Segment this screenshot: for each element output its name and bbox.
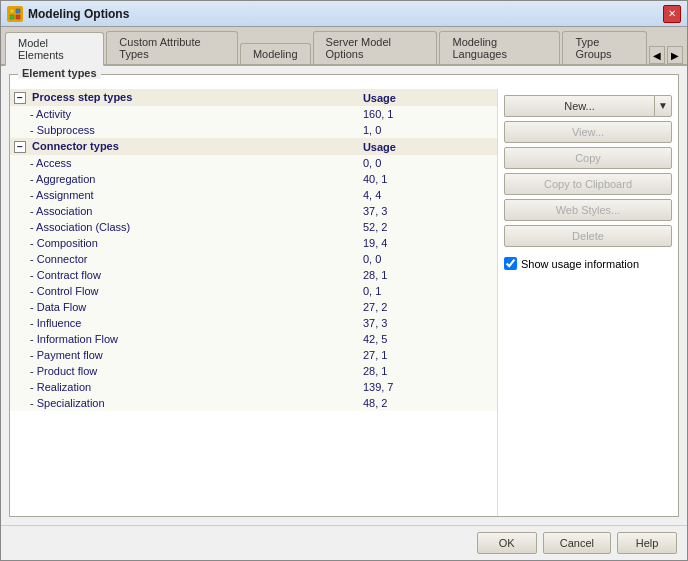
table-row[interactable]: - Payment flow 27, 1 (10, 347, 497, 363)
table-row[interactable]: - Product flow 28, 1 (10, 363, 497, 379)
tab-nav-right[interactable]: ▶ (667, 46, 683, 64)
item-name: - Subprocess (10, 122, 359, 138)
item-usage: 1, 0 (359, 122, 497, 138)
item-usage: 37, 3 (359, 203, 497, 219)
window-title: Modeling Options (28, 7, 129, 21)
item-usage: 0, 0 (359, 155, 497, 171)
table-row[interactable]: - Data Flow 27, 2 (10, 299, 497, 315)
help-button[interactable]: Help (617, 532, 677, 554)
tab-bar: Model Elements Custom Attribute Types Mo… (1, 27, 687, 66)
tree-area[interactable]: − Process step types Usage - Activity 16… (10, 89, 498, 516)
item-usage: 42, 5 (359, 331, 497, 347)
tab-modeling[interactable]: Modeling (240, 43, 311, 64)
table-row[interactable]: - Association (Class) 52, 2 (10, 219, 497, 235)
svg-rect-3 (16, 15, 20, 19)
window-icon (7, 6, 23, 22)
title-bar: Modeling Options ✕ (1, 1, 687, 27)
item-name: - Composition (10, 235, 359, 251)
group-box-inner: − Process step types Usage - Activity 16… (10, 89, 678, 516)
item-name: - Payment flow (10, 347, 359, 363)
item-name: - Influence (10, 315, 359, 331)
show-usage-row: Show usage information (504, 257, 672, 270)
category-label: Process step types (32, 91, 132, 103)
item-name: - Specialization (10, 395, 359, 411)
table-row[interactable]: - Subprocess 1, 0 (10, 122, 497, 138)
copy-to-clipboard-button[interactable]: Copy to Clipboard (504, 173, 672, 195)
item-name: - Association (10, 203, 359, 219)
table-row[interactable]: - Influence 37, 3 (10, 315, 497, 331)
item-name: - Aggregation (10, 171, 359, 187)
table-row[interactable]: - Connector 0, 0 (10, 251, 497, 267)
table-row[interactable]: - Composition 19, 4 (10, 235, 497, 251)
cancel-button[interactable]: Cancel (543, 532, 611, 554)
table-row[interactable]: - Association 37, 3 (10, 203, 497, 219)
table-row[interactable]: - Information Flow 42, 5 (10, 331, 497, 347)
footer: OK Cancel Help (1, 525, 687, 560)
web-styles-button[interactable]: Web Styles... (504, 199, 672, 221)
item-usage: 27, 2 (359, 299, 497, 315)
category-usage: Usage (359, 138, 497, 155)
category-connector-types[interactable]: − Connector types Usage (10, 138, 497, 155)
delete-button[interactable]: Delete (504, 225, 672, 247)
table-row[interactable]: - Contract flow 28, 1 (10, 267, 497, 283)
item-usage: 40, 1 (359, 171, 497, 187)
new-button-container: New... ▼ (504, 95, 672, 117)
table-row[interactable]: - Access 0, 0 (10, 155, 497, 171)
expand-icon[interactable]: − (14, 141, 26, 153)
view-button[interactable]: View... (504, 121, 672, 143)
close-button[interactable]: ✕ (663, 5, 681, 23)
expand-icon[interactable]: − (14, 92, 26, 104)
item-usage: 0, 1 (359, 283, 497, 299)
item-usage: 4, 4 (359, 187, 497, 203)
group-box-label: Element types (18, 67, 101, 79)
item-name: - Product flow (10, 363, 359, 379)
svg-rect-1 (16, 9, 20, 13)
item-name: - Information Flow (10, 331, 359, 347)
table-row[interactable]: - Assignment 4, 4 (10, 187, 497, 203)
item-name: - Control Flow (10, 283, 359, 299)
table-row[interactable]: - Realization 139, 7 (10, 379, 497, 395)
tab-nav: ◀ ▶ (649, 46, 683, 64)
new-button[interactable]: New... (504, 95, 654, 117)
item-usage: 139, 7 (359, 379, 497, 395)
category-label: Connector types (32, 140, 119, 152)
tab-model-elements[interactable]: Model Elements (5, 32, 104, 66)
category-process-step-types[interactable]: − Process step types Usage (10, 89, 497, 106)
item-usage: 160, 1 (359, 106, 497, 122)
show-usage-checkbox[interactable] (504, 257, 517, 270)
item-usage: 27, 1 (359, 347, 497, 363)
element-types-group: Element types − Process step types Usage (9, 74, 679, 517)
content-area: Element types − Process step types Usage (1, 66, 687, 525)
title-bar-left: Modeling Options (7, 6, 129, 22)
tab-nav-left[interactable]: ◀ (649, 46, 665, 64)
item-name: - Association (Class) (10, 219, 359, 235)
item-usage: 19, 4 (359, 235, 497, 251)
copy-button[interactable]: Copy (504, 147, 672, 169)
item-name: - Access (10, 155, 359, 171)
item-name: - Data Flow (10, 299, 359, 315)
item-usage: 0, 0 (359, 251, 497, 267)
tab-type-groups[interactable]: Type Groups (562, 31, 647, 64)
new-dropdown-arrow[interactable]: ▼ (654, 95, 672, 117)
svg-rect-0 (10, 9, 14, 13)
table-row[interactable]: - Specialization 48, 2 (10, 395, 497, 411)
table-row[interactable]: - Activity 160, 1 (10, 106, 497, 122)
svg-rect-2 (10, 15, 14, 19)
ok-button[interactable]: OK (477, 532, 537, 554)
tab-custom-attribute-types[interactable]: Custom Attribute Types (106, 31, 238, 64)
item-name: - Connector (10, 251, 359, 267)
tab-modeling-languages[interactable]: Modeling Languages (439, 31, 560, 64)
table-row[interactable]: - Control Flow 0, 1 (10, 283, 497, 299)
table-row[interactable]: - Aggregation 40, 1 (10, 171, 497, 187)
show-usage-label: Show usage information (521, 258, 639, 270)
tree-table: − Process step types Usage - Activity 16… (10, 89, 497, 411)
item-name: - Contract flow (10, 267, 359, 283)
item-usage: 28, 1 (359, 363, 497, 379)
item-usage: 52, 2 (359, 219, 497, 235)
item-usage: 37, 3 (359, 315, 497, 331)
item-name: - Assignment (10, 187, 359, 203)
right-panel: New... ▼ View... Copy Copy to Clipboard … (498, 89, 678, 516)
category-usage: Usage (359, 89, 497, 106)
tab-server-model-options[interactable]: Server Model Options (313, 31, 438, 64)
item-usage: 28, 1 (359, 267, 497, 283)
